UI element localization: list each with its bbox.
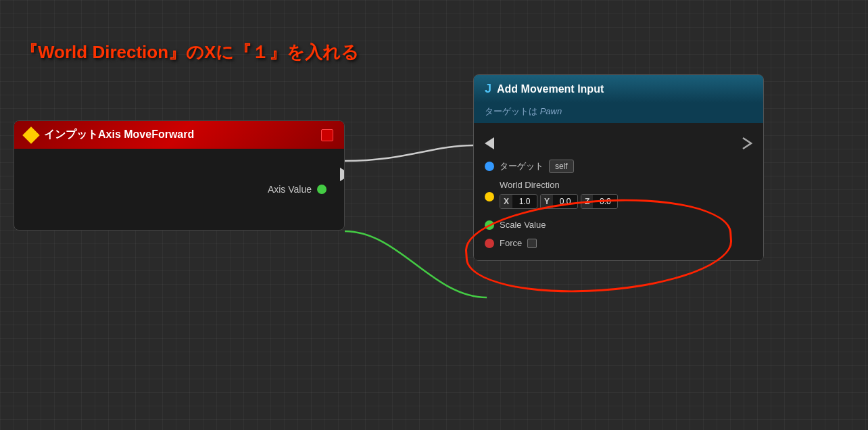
z-value: 0.0 — [593, 195, 617, 208]
node-movement: J Add Movement Input ターゲットは Pawn ターゲット s… — [473, 74, 764, 261]
x-field[interactable]: X 1.0 — [500, 194, 537, 209]
force-checkbox[interactable] — [527, 239, 537, 248]
diamond-icon — [22, 126, 39, 143]
target-label: ターゲット — [500, 160, 544, 172]
force-row: Force — [474, 234, 763, 252]
scale-value-label: Scale Value — [500, 220, 546, 230]
node-movement-icon: J — [485, 82, 491, 96]
subtitle-class: Pawn — [540, 106, 562, 116]
subtitle-prefix: ターゲットは — [485, 106, 540, 116]
axis-value-label: Axis Value — [268, 184, 312, 195]
force-pin — [485, 239, 494, 248]
world-direction-pin — [485, 192, 494, 201]
target-pin — [485, 162, 494, 171]
node-movement-body: ターゲット self World Direction X 1.0 Y — [474, 123, 763, 260]
node-input-axis-title: インプットAxis MoveForward — [44, 128, 314, 142]
node-input-axis-header: インプットAxis MoveForward — [14, 121, 344, 149]
exec-pin-left — [485, 137, 494, 149]
axis-value-pin[interactable] — [317, 185, 327, 194]
xyz-inputs: X 1.0 Y 0.0 Z 0.0 — [500, 194, 618, 209]
world-direction-section: World Direction X 1.0 Y 0.0 Z 0.0 — [474, 177, 763, 212]
annotation-text: 『World Direction』のXに『１』を入れる — [20, 41, 359, 64]
force-label: Force — [500, 238, 522, 248]
node-input-axis: インプットAxis MoveForward Axis Value — [14, 120, 345, 231]
world-direction-label: World Direction — [500, 180, 618, 190]
node-movement-title: Add Movement Input — [497, 83, 604, 95]
x-value: 1.0 — [512, 195, 537, 208]
node-close-button[interactable] — [321, 129, 333, 141]
axis-value-row: Axis Value — [268, 184, 327, 195]
z-field[interactable]: Z 0.0 — [581, 194, 618, 209]
exec-row — [474, 131, 763, 156]
node-input-axis-body: Axis Value — [14, 149, 344, 230]
y-value: 0.0 — [553, 195, 577, 208]
y-field[interactable]: Y 0.0 — [540, 194, 578, 209]
exec-pin-right-svg — [742, 137, 752, 150]
y-label: Y — [541, 195, 553, 208]
node-movement-header: J Add Movement Input — [474, 75, 763, 103]
exec-pin-right — [340, 168, 345, 181]
scale-value-pin — [485, 220, 494, 230]
x-label: X — [500, 195, 512, 208]
node-movement-subtitle: ターゲットは Pawn — [474, 103, 763, 123]
scale-value-row: Scale Value — [474, 216, 763, 234]
target-value: self — [549, 160, 574, 173]
target-row: ターゲット self — [474, 156, 763, 177]
z-label: Z — [581, 195, 593, 208]
